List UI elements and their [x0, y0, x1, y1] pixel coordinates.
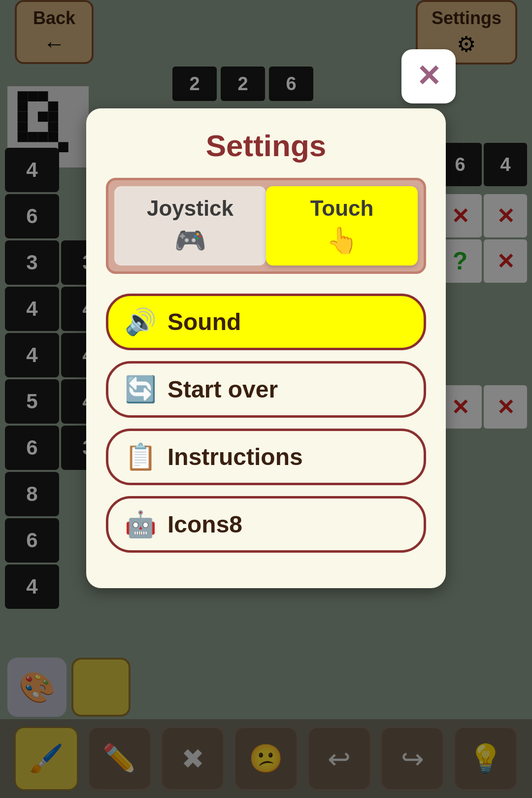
- joystick-label: Joystick: [147, 196, 233, 221]
- refresh-icon: 🔄: [123, 374, 158, 404]
- icons8-button[interactable]: 🤖 Icons8: [106, 496, 426, 553]
- close-x-icon: ✕: [416, 62, 441, 91]
- touch-label: Touch: [310, 196, 374, 221]
- sound-icon: 🔊: [123, 307, 158, 337]
- control-selector: Joystick 🎮 Touch 👆: [106, 178, 426, 274]
- startover-button[interactable]: 🔄 Start over: [106, 361, 426, 418]
- icons8-label: Icons8: [167, 511, 242, 538]
- joystick-button[interactable]: Joystick 🎮: [114, 186, 266, 266]
- startover-label: Start over: [167, 376, 278, 403]
- sound-label: Sound: [167, 308, 241, 335]
- touch-button[interactable]: Touch 👆: [266, 186, 418, 266]
- hand-icon: 👆: [326, 226, 358, 256]
- instructions-label: Instructions: [167, 443, 303, 470]
- sound-button[interactable]: 🔊 Sound: [106, 294, 426, 350]
- instructions-button[interactable]: 📋 Instructions: [106, 429, 426, 485]
- robot-icon: 🤖: [123, 509, 158, 539]
- close-modal-button[interactable]: ✕: [401, 49, 456, 103]
- book-icon: 📋: [123, 442, 158, 472]
- gamepad-icon: 🎮: [174, 226, 206, 256]
- settings-modal: Settings Joystick 🎮 Touch 👆 🔊 Sound 🔄 St…: [86, 108, 446, 588]
- modal-title: Settings: [106, 128, 426, 163]
